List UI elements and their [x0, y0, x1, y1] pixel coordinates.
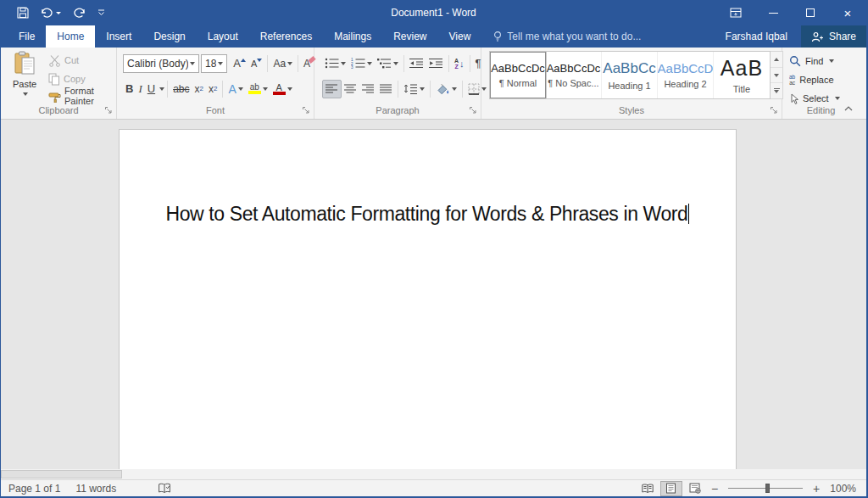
underline-button[interactable]: U	[145, 80, 158, 98]
horizontal-scrollbar-thumb[interactable]	[1, 470, 122, 478]
zoom-out-button[interactable]: −	[708, 482, 721, 495]
shading-caret[interactable]	[452, 87, 457, 91]
zoom-slider[interactable]	[728, 488, 803, 489]
italic-button[interactable]: I	[136, 80, 144, 98]
undo-button[interactable]	[36, 3, 65, 23]
text-effects-button[interactable]: A	[225, 80, 245, 98]
justify-button[interactable]	[377, 80, 395, 98]
styles-gallery: AaBbCcDc ¶ Normal AaBbCcDc ¶ No Spac... …	[489, 51, 771, 99]
format-painter-button[interactable]: Format Painter	[48, 87, 116, 104]
change-case-button[interactable]: Aa	[270, 54, 295, 73]
decrease-indent-button[interactable]	[407, 54, 426, 73]
replace-button[interactable]: ab ac Replace	[789, 71, 834, 88]
text-effects-caret	[238, 87, 243, 91]
line-spacing-button[interactable]	[401, 80, 427, 98]
zoom-slider-thumb[interactable]	[765, 484, 770, 493]
paste-dropdown-caret[interactable]	[23, 92, 28, 96]
zoom-level-indicator[interactable]: 100%	[825, 483, 858, 495]
document-page[interactable]: How to Set Automatic Formatting for Word…	[119, 129, 737, 469]
tab-insert[interactable]: Insert	[95, 25, 142, 48]
style-normal[interactable]: AaBbCcDc ¶ Normal	[490, 52, 546, 98]
word-count-indicator[interactable]: 11 words	[68, 483, 124, 495]
redo-button[interactable]	[69, 3, 90, 23]
font-color-button[interactable]: A	[270, 80, 295, 98]
undo-dropdown-caret[interactable]	[56, 12, 61, 14]
web-layout-button[interactable]	[684, 481, 706, 496]
bold-button[interactable]: B	[123, 80, 136, 98]
ribbon-display-options-button[interactable]	[717, 0, 754, 25]
tab-mailings[interactable]: Mailings	[323, 25, 382, 48]
copy-button[interactable]: Copy	[48, 70, 86, 87]
font-color-dropdown-caret[interactable]	[287, 87, 292, 91]
close-button[interactable]: ×	[829, 0, 866, 25]
find-button[interactable]: Find	[789, 53, 834, 70]
tab-file[interactable]: File	[8, 25, 46, 48]
subscript-button[interactable]: x2	[192, 80, 205, 98]
align-left-button[interactable]	[322, 80, 342, 98]
shrink-font-button[interactable]: A	[248, 54, 264, 73]
status-bar-right: − + 100%	[637, 481, 866, 496]
select-button[interactable]: Select	[789, 90, 840, 107]
align-center-button[interactable]	[342, 80, 359, 98]
select-dropdown-caret[interactable]	[835, 97, 840, 100]
text-highlight-button[interactable]: ab	[246, 80, 270, 98]
multilevel-list-button[interactable]	[375, 54, 401, 73]
collapse-ribbon-button[interactable]	[843, 104, 854, 114]
bullets-button[interactable]	[322, 54, 348, 73]
copy-icon	[48, 73, 60, 86]
strikethrough-button[interactable]: abc	[170, 80, 192, 98]
customize-qat-button[interactable]	[93, 3, 109, 23]
tab-design[interactable]: Design	[142, 25, 196, 48]
paste-button[interactable]: Paste	[6, 51, 43, 107]
style-heading-1[interactable]: AaBbCc Heading 1	[602, 52, 658, 98]
titlebar: Document1 - Word ×	[1, 0, 866, 25]
clipboard-paste-icon	[14, 51, 36, 76]
style-title[interactable]: AaB Title	[714, 52, 770, 98]
styles-more-button[interactable]	[771, 83, 782, 98]
superscript-button[interactable]: x2	[206, 80, 220, 98]
font-dialog-launcher[interactable]	[301, 105, 310, 115]
underline-dropdown-caret[interactable]	[159, 87, 164, 91]
zoom-in-button[interactable]: +	[810, 482, 823, 495]
styles-scroll-down-button[interactable]	[771, 68, 782, 84]
save-button[interactable]	[13, 3, 33, 23]
tab-references[interactable]: References	[249, 25, 323, 48]
clipboard-dialog-launcher[interactable]	[103, 105, 113, 115]
superscript-digit: 2	[214, 85, 217, 92]
paragraph-dialog-launcher[interactable]	[468, 105, 477, 115]
shading-button[interactable]	[433, 80, 459, 98]
style-sample: AaBbCcD	[658, 61, 713, 76]
font-size-combo[interactable]: 18	[201, 54, 227, 73]
cut-button[interactable]: Cut	[48, 52, 79, 69]
align-left-icon	[326, 84, 338, 93]
proofing-status-button[interactable]	[124, 483, 179, 495]
read-mode-button[interactable]	[637, 481, 659, 496]
tab-review[interactable]: Review	[382, 25, 437, 48]
minimize-button[interactable]	[754, 0, 792, 25]
styles-dialog-launcher[interactable]	[769, 105, 778, 115]
tab-home[interactable]: Home	[46, 25, 95, 48]
horizontal-scrollbar[interactable]	[1, 469, 866, 479]
sort-button[interactable]: A Z ↓	[452, 54, 467, 73]
paragraph-group-caption: Paragraph	[314, 105, 481, 115]
numbering-button[interactable]: 123	[348, 54, 375, 73]
style-no-spacing[interactable]: AaBbCcDc ¶ No Spac...	[546, 52, 602, 98]
tab-view[interactable]: View	[438, 25, 482, 48]
style-heading-2[interactable]: AaBbCcD Heading 2	[658, 52, 714, 98]
maximize-button[interactable]	[792, 0, 829, 25]
find-dropdown-caret[interactable]	[829, 59, 834, 63]
tell-me-box[interactable]: Tell me what you want to do...	[493, 25, 641, 48]
styles-scroll-up-button[interactable]	[771, 52, 782, 68]
page-number-indicator[interactable]: Page 1 of 1	[1, 483, 68, 495]
increase-indent-button[interactable]	[426, 54, 446, 73]
highlight-dropdown-caret[interactable]	[263, 87, 268, 91]
font-family-combo[interactable]: Calibri (Body)	[123, 54, 199, 73]
style-sample: AaB	[721, 56, 763, 81]
user-name[interactable]: Farshad Iqbal	[726, 25, 801, 48]
print-layout-button[interactable]	[660, 481, 682, 496]
align-right-button[interactable]	[359, 80, 377, 98]
tab-layout[interactable]: Layout	[197, 25, 249, 48]
document-heading: How to Set Automatic Formatting for Word…	[120, 203, 736, 226]
share-button[interactable]: Share	[801, 25, 866, 48]
grow-font-button[interactable]: A	[231, 54, 248, 73]
